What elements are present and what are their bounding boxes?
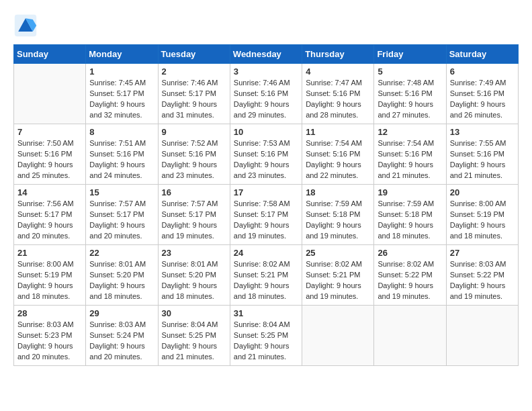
calendar-cell: 4Sunrise: 7:47 AMSunset: 5:16 PMDaylight…	[302, 64, 374, 124]
calendar-cell: 19Sunrise: 7:59 AMSunset: 5:18 PMDayligh…	[374, 185, 446, 245]
day-info: Sunrise: 8:04 AMSunset: 5:25 PMDaylight:…	[162, 320, 226, 363]
day-info: Sunrise: 7:47 AMSunset: 5:16 PMDaylight:…	[306, 78, 370, 121]
day-number: 4	[306, 66, 370, 77]
calendar-cell: 10Sunrise: 7:53 AMSunset: 5:16 PMDayligh…	[230, 124, 302, 185]
calendar-cell: 21Sunrise: 8:00 AMSunset: 5:19 PMDayligh…	[14, 245, 86, 306]
day-info: Sunrise: 7:48 AMSunset: 5:16 PMDaylight:…	[378, 78, 442, 121]
calendar-cell	[374, 306, 446, 366]
day-info: Sunrise: 8:02 AMSunset: 5:22 PMDaylight:…	[378, 259, 442, 302]
day-info: Sunrise: 8:03 AMSunset: 5:22 PMDaylight:…	[450, 259, 515, 302]
day-info: Sunrise: 7:55 AMSunset: 5:16 PMDaylight:…	[450, 138, 515, 181]
day-header-saturday: Saturday	[446, 45, 518, 64]
calendar-cell	[446, 306, 518, 366]
calendar-cell: 13Sunrise: 7:55 AMSunset: 5:16 PMDayligh…	[446, 124, 518, 185]
day-number: 28	[17, 308, 82, 318]
day-info: Sunrise: 8:02 AMSunset: 5:21 PMDaylight:…	[306, 259, 370, 302]
calendar-cell	[14, 64, 86, 124]
calendar-cell: 29Sunrise: 8:03 AMSunset: 5:24 PMDayligh…	[86, 306, 158, 366]
calendar-cell: 20Sunrise: 8:00 AMSunset: 5:19 PMDayligh…	[446, 185, 518, 245]
week-row-3: 14Sunrise: 7:56 AMSunset: 5:17 PMDayligh…	[14, 185, 519, 245]
day-number: 13	[450, 127, 515, 137]
day-number: 6	[450, 66, 515, 77]
day-number: 22	[89, 248, 154, 258]
day-number: 15	[89, 187, 154, 197]
calendar-cell: 12Sunrise: 7:54 AMSunset: 5:16 PMDayligh…	[374, 124, 446, 185]
calendar-header-row: SundayMondayTuesdayWednesdayThursdayFrid…	[14, 45, 519, 64]
calendar-cell: 9Sunrise: 7:52 AMSunset: 5:16 PMDaylight…	[158, 124, 230, 185]
logo	[13, 13, 40, 38]
week-row-4: 21Sunrise: 8:00 AMSunset: 5:19 PMDayligh…	[14, 245, 519, 306]
day-info: Sunrise: 8:03 AMSunset: 5:24 PMDaylight:…	[89, 320, 154, 363]
day-number: 14	[17, 187, 82, 197]
day-number: 19	[378, 187, 442, 197]
day-number: 18	[306, 187, 370, 197]
day-number: 8	[89, 127, 154, 137]
day-number: 7	[17, 127, 82, 137]
day-info: Sunrise: 7:46 AMSunset: 5:17 PMDaylight:…	[162, 78, 226, 121]
day-number: 5	[378, 66, 442, 77]
day-number: 2	[162, 66, 226, 77]
calendar-cell: 30Sunrise: 8:04 AMSunset: 5:25 PMDayligh…	[158, 306, 230, 366]
day-number: 27	[450, 248, 515, 258]
calendar-cell: 16Sunrise: 7:57 AMSunset: 5:17 PMDayligh…	[158, 185, 230, 245]
week-row-1: 1Sunrise: 7:45 AMSunset: 5:17 PMDaylight…	[14, 64, 519, 124]
day-info: Sunrise: 7:53 AMSunset: 5:16 PMDaylight:…	[234, 138, 298, 181]
calendar-cell: 3Sunrise: 7:46 AMSunset: 5:16 PMDaylight…	[230, 64, 302, 124]
calendar-cell: 31Sunrise: 8:04 AMSunset: 5:25 PMDayligh…	[230, 306, 302, 366]
day-number: 31	[234, 308, 298, 318]
day-number: 1	[89, 66, 154, 77]
day-number: 29	[89, 308, 154, 318]
day-header-tuesday: Tuesday	[158, 45, 230, 64]
calendar-cell: 23Sunrise: 8:01 AMSunset: 5:20 PMDayligh…	[158, 245, 230, 306]
day-info: Sunrise: 8:01 AMSunset: 5:20 PMDaylight:…	[162, 259, 226, 302]
day-header-thursday: Thursday	[302, 45, 374, 64]
day-number: 21	[17, 248, 82, 258]
logo-icon	[13, 13, 38, 38]
day-info: Sunrise: 7:52 AMSunset: 5:16 PMDaylight:…	[162, 138, 226, 181]
day-info: Sunrise: 7:58 AMSunset: 5:17 PMDaylight:…	[234, 199, 298, 242]
day-number: 26	[378, 248, 442, 258]
calendar-cell: 5Sunrise: 7:48 AMSunset: 5:16 PMDaylight…	[374, 64, 446, 124]
day-info: Sunrise: 7:46 AMSunset: 5:16 PMDaylight:…	[234, 78, 298, 121]
day-info: Sunrise: 7:54 AMSunset: 5:16 PMDaylight:…	[378, 138, 442, 181]
day-info: Sunrise: 8:02 AMSunset: 5:21 PMDaylight:…	[234, 259, 298, 302]
day-number: 25	[306, 248, 370, 258]
day-number: 20	[450, 187, 515, 197]
day-info: Sunrise: 7:54 AMSunset: 5:16 PMDaylight:…	[306, 138, 370, 181]
calendar-cell: 27Sunrise: 8:03 AMSunset: 5:22 PMDayligh…	[446, 245, 518, 306]
calendar-cell: 11Sunrise: 7:54 AMSunset: 5:16 PMDayligh…	[302, 124, 374, 185]
day-info: Sunrise: 7:45 AMSunset: 5:17 PMDaylight:…	[89, 78, 154, 121]
day-info: Sunrise: 7:59 AMSunset: 5:18 PMDaylight:…	[306, 199, 370, 242]
calendar-cell: 24Sunrise: 8:02 AMSunset: 5:21 PMDayligh…	[230, 245, 302, 306]
day-number: 24	[234, 248, 298, 258]
week-row-2: 7Sunrise: 7:50 AMSunset: 5:16 PMDaylight…	[14, 124, 519, 185]
calendar-cell: 18Sunrise: 7:59 AMSunset: 5:18 PMDayligh…	[302, 185, 374, 245]
day-number: 10	[234, 127, 298, 137]
day-number: 23	[162, 248, 226, 258]
day-number: 17	[234, 187, 298, 197]
day-info: Sunrise: 7:49 AMSunset: 5:16 PMDaylight:…	[450, 78, 515, 121]
calendar-cell: 6Sunrise: 7:49 AMSunset: 5:16 PMDaylight…	[446, 64, 518, 124]
day-header-friday: Friday	[374, 45, 446, 64]
day-header-monday: Monday	[86, 45, 158, 64]
calendar-cell: 8Sunrise: 7:51 AMSunset: 5:16 PMDaylight…	[86, 124, 158, 185]
calendar-cell: 2Sunrise: 7:46 AMSunset: 5:17 PMDaylight…	[158, 64, 230, 124]
calendar-table: SundayMondayTuesdayWednesdayThursdayFrid…	[13, 44, 519, 366]
day-number: 16	[162, 187, 226, 197]
day-info: Sunrise: 7:57 AMSunset: 5:17 PMDaylight:…	[162, 199, 226, 242]
calendar-cell: 1Sunrise: 7:45 AMSunset: 5:17 PMDaylight…	[86, 64, 158, 124]
week-row-5: 28Sunrise: 8:03 AMSunset: 5:23 PMDayligh…	[14, 306, 519, 366]
day-number: 9	[162, 127, 226, 137]
day-header-wednesday: Wednesday	[230, 45, 302, 64]
day-info: Sunrise: 8:00 AMSunset: 5:19 PMDaylight:…	[450, 199, 515, 242]
calendar-cell	[302, 306, 374, 366]
day-number: 30	[162, 308, 226, 318]
calendar-cell: 14Sunrise: 7:56 AMSunset: 5:17 PMDayligh…	[14, 185, 86, 245]
day-info: Sunrise: 7:56 AMSunset: 5:17 PMDaylight:…	[17, 199, 82, 242]
day-info: Sunrise: 8:04 AMSunset: 5:25 PMDaylight:…	[234, 320, 298, 363]
day-info: Sunrise: 8:03 AMSunset: 5:23 PMDaylight:…	[17, 320, 82, 363]
day-number: 11	[306, 127, 370, 137]
day-info: Sunrise: 8:00 AMSunset: 5:19 PMDaylight:…	[17, 259, 82, 302]
calendar-cell: 22Sunrise: 8:01 AMSunset: 5:20 PMDayligh…	[86, 245, 158, 306]
calendar-cell: 7Sunrise: 7:50 AMSunset: 5:16 PMDaylight…	[14, 124, 86, 185]
